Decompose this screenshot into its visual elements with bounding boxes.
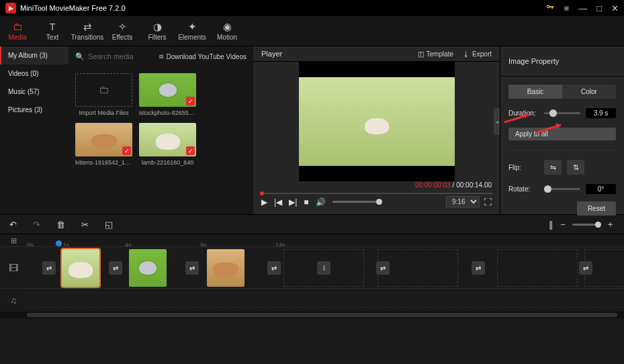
tool-elements[interactable]: ✦Elements	[175, 16, 210, 46]
duration-label: Duration:	[508, 109, 539, 117]
sidebar-category[interactable]: Pictures (3)	[0, 101, 69, 119]
check-icon: ✓	[186, 146, 195, 155]
app-logo: ▶	[5, 3, 16, 13]
tab-basic[interactable]: Basic	[508, 85, 562, 99]
expand-collapse-tab[interactable]: ◂	[494, 108, 500, 135]
tab-color[interactable]: Color	[562, 85, 616, 99]
elements-icon: ✦	[188, 21, 197, 32]
download-icon: ⧈	[159, 52, 163, 60]
sidebar-category[interactable]: Videos (0)	[0, 64, 69, 83]
redo-button[interactable]: ↷	[33, 220, 40, 230]
fit-button[interactable]: ‖	[549, 220, 553, 230]
audio-track-empty[interactable]	[27, 293, 624, 308]
add-clip-icon: ⬇	[317, 261, 330, 275]
audio-track-icon: ♫	[0, 295, 27, 306]
tool-motion[interactable]: ◉Motion	[210, 16, 244, 46]
close-button[interactable]: ✕	[611, 3, 619, 13]
app-title: MiniTool MovieMaker Free 7.2.0	[20, 4, 545, 12]
transition-slot[interactable]: ⇄	[109, 261, 122, 275]
volume-slider[interactable]	[332, 201, 380, 203]
video-track-icon: 🎞	[0, 263, 27, 273]
import-media-button[interactable]: 🗀	[75, 73, 132, 107]
duration-slider[interactable]	[544, 112, 580, 114]
stop-button[interactable]: ■	[304, 197, 308, 207]
transition-slot[interactable]: ⇄	[42, 261, 56, 275]
empty-clip-slot[interactable]: ⬇	[283, 249, 364, 287]
transition-slot[interactable]: ⇄	[579, 261, 592, 275]
fullscreen-button[interactable]: ⛶	[484, 197, 492, 207]
filters-icon: ◑	[153, 21, 162, 32]
tool-effects[interactable]: ✧Effects	[105, 16, 140, 46]
empty-clip-slot[interactable]	[497, 249, 578, 287]
flip-horizontal-button[interactable]: ⇋	[544, 160, 562, 175]
sidebar-category[interactable]: Music (57)	[0, 83, 69, 101]
zoom-in-button[interactable]: ＋	[606, 218, 615, 230]
media-icon: 🗀	[13, 21, 23, 32]
timeline-clip[interactable]	[62, 249, 99, 287]
undo-button[interactable]: ↶	[9, 220, 17, 230]
media-thumb[interactable]: ✓	[75, 123, 132, 156]
transitions-icon: ⇄	[83, 21, 92, 32]
rotate-label: Rotate:	[508, 185, 539, 193]
maximize-button[interactable]: □	[596, 3, 602, 13]
minimize-button[interactable]: —	[578, 3, 587, 13]
template-button[interactable]: ◫Template	[418, 50, 454, 58]
delete-button[interactable]: 🗑	[56, 220, 65, 230]
transition-slot[interactable]: ⇄	[267, 261, 281, 275]
sidebar-category[interactable]: My Album (3)	[0, 46, 69, 64]
apply-to-all-button[interactable]: Apply to all	[508, 128, 616, 140]
check-icon: ✓	[122, 146, 131, 155]
player-title: Player	[261, 50, 282, 58]
menu-icon[interactable]: ≡	[564, 3, 570, 13]
tool-media[interactable]: 🗀Media	[0, 16, 35, 46]
search-icon: 🔍	[75, 52, 85, 61]
tool-filters[interactable]: ◑Filters	[140, 16, 175, 46]
crop-button[interactable]: ◱	[105, 220, 113, 230]
progress-bar[interactable]	[260, 191, 493, 193]
key-icon[interactable]	[545, 3, 555, 14]
download-youtube-button[interactable]: ⧈ Download YouTube Videos	[159, 52, 247, 60]
zoom-slider[interactable]	[572, 224, 599, 226]
props-title: Image Property	[500, 46, 624, 77]
motion-icon: ◉	[223, 21, 232, 32]
transition-slot[interactable]: ⇄	[185, 261, 199, 275]
tool-text[interactable]: TText	[35, 16, 70, 46]
timeline-clip[interactable]	[207, 249, 244, 287]
play-button[interactable]: ▶	[261, 197, 267, 207]
export-icon: ⭳	[463, 50, 470, 58]
timecode: 00:00:00:03 / 00:00:14.00	[253, 181, 500, 191]
effects-icon: ✧	[118, 21, 127, 32]
template-icon: ◫	[418, 50, 424, 58]
timeline-clip[interactable]	[129, 249, 167, 287]
flip-vertical-button[interactable]: ⇅	[567, 160, 584, 175]
timeline-scrollbar[interactable]	[0, 312, 624, 318]
reset-button[interactable]: Reset	[577, 201, 616, 216]
volume-icon[interactable]: 🔊	[316, 197, 326, 207]
transition-slot[interactable]: ⇄	[376, 261, 390, 275]
split-button[interactable]: ✂	[81, 220, 89, 230]
rotate-value: 0°	[586, 184, 616, 194]
export-button[interactable]: ⭳Export	[463, 50, 492, 58]
next-frame-button[interactable]: ▶|	[289, 197, 297, 207]
add-media-track-button[interactable]: ⊞	[0, 236, 27, 245]
rotate-slider[interactable]	[544, 188, 580, 190]
media-thumb[interactable]: ✓	[139, 123, 196, 156]
transition-slot[interactable]: ⇄	[472, 261, 485, 275]
aspect-ratio-select[interactable]: 9:16	[446, 196, 480, 208]
prev-frame-button[interactable]: |◀	[274, 197, 282, 207]
check-icon: ✓	[186, 97, 195, 105]
flip-label: Flip:	[508, 164, 539, 171]
zoom-out-button[interactable]: −	[560, 220, 566, 230]
tool-transitions[interactable]: ⇄Transitions	[70, 16, 105, 46]
media-thumb[interactable]: ✓	[139, 73, 196, 107]
text-icon: T	[49, 21, 55, 32]
search-input[interactable]: 🔍 Search media	[75, 52, 152, 61]
duration-value[interactable]: 3.9 s	[586, 108, 616, 118]
player-viewport	[299, 62, 455, 181]
search-placeholder: Search media	[88, 52, 134, 60]
